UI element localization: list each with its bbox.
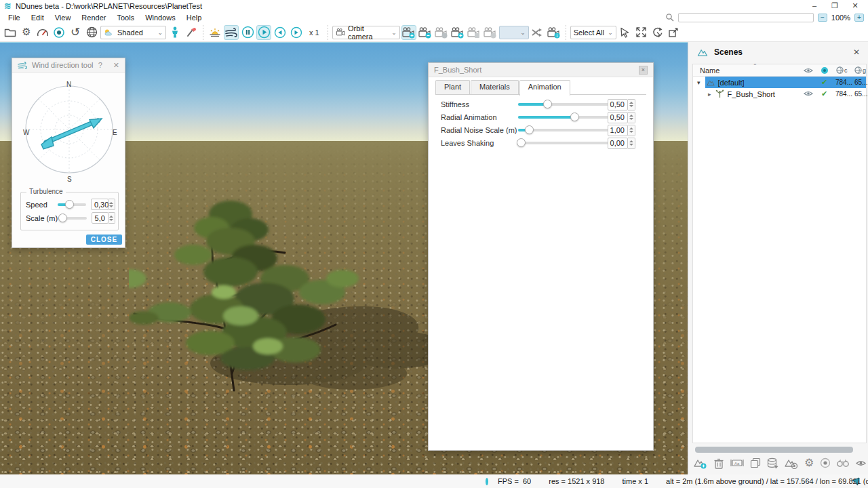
wind-compass[interactable] [19,77,119,179]
menu-windows[interactable]: Windows [140,13,181,22]
wind-tool-titlebar[interactable]: Wind direction tool ? ✕ [12,58,125,73]
scale-spinner[interactable] [108,212,115,224]
database-button[interactable] [767,458,778,469]
play-button[interactable] [256,25,271,40]
render-column-icon[interactable] [821,66,829,75]
tab-plant[interactable]: Plant [435,80,470,94]
camera-prev-button[interactable] [434,25,449,40]
wind-tool-close-button[interactable]: ✕ [113,61,119,70]
zoom-in-button[interactable]: + [854,14,864,22]
render-mode-value: Shaded [117,28,143,37]
wind-close-button[interactable]: CLOSE [86,235,122,245]
step-forward-button[interactable] [289,25,304,40]
stiffness-value[interactable]: 0,50 [608,99,628,110]
check-icon[interactable]: ✔ [821,89,827,98]
camera-mode-value: Orbit camera [348,24,389,41]
speed-spinner[interactable] [108,199,115,210]
scale-slider[interactable] [58,217,87,220]
eye-icon[interactable] [855,459,867,468]
bush-window-close-button[interactable]: × [639,66,648,75]
sunrise-button[interactable] [208,25,222,40]
help-button[interactable]: ? [98,61,102,69]
history-undo-button[interactable]: ↺ [68,25,83,40]
radial-noise-value[interactable]: 1,00 [608,125,628,136]
color-picker-button[interactable] [184,25,199,40]
search-input[interactable] [678,13,814,22]
chevron-right-icon[interactable]: ▸ [708,91,711,98]
select-mode-dropdown[interactable]: Select All ⌄ [570,26,616,39]
scene-row-default[interactable]: ▾ [default] ✔ 784... 65.... [693,77,866,88]
radial-animation-spinner[interactable] [628,112,635,123]
camera-load-button[interactable] [483,25,498,40]
scale-value[interactable]: 5,0 [92,212,108,224]
pause-button[interactable] [240,25,255,40]
radial-noise-spinner[interactable] [628,125,635,136]
character-view-button[interactable] [167,25,182,40]
stiffness-spinner[interactable] [628,99,635,110]
binoculars-icon[interactable] [837,459,849,468]
performance-gauge-button[interactable] [35,25,50,40]
gear-icon[interactable]: ⚙ [804,458,814,468]
rename-button[interactable]: Aa [730,458,744,468]
select-cursor-button[interactable] [618,25,633,40]
shuffle-cameras-button[interactable] [530,25,545,40]
camera-mode-dropdown[interactable]: Orbit camera ⌄ [332,26,400,39]
menu-edit[interactable]: Edit [26,13,50,22]
scene-tree-header[interactable]: Name ⌃ c g [693,64,866,77]
eye-icon[interactable] [804,89,813,99]
rotate-tool-button[interactable] [650,25,665,40]
zoom-out-button[interactable]: − [818,14,827,22]
camera-next-button[interactable] [450,25,465,40]
render-mode-dropdown[interactable]: Shaded ⌄ [100,26,166,39]
scene-tree[interactable]: Name ⌃ c g ▾ [default] ✔ 784... 65.... ▸… [692,64,867,443]
globe-button[interactable] [84,25,99,40]
menu-view[interactable]: View [50,13,77,22]
horizontal-scrollbar[interactable] [695,447,853,453]
leaves-shaking-value[interactable]: 0,00 [608,138,628,149]
scene-row-bush[interactable]: ▸ F_Bush_Short ✔ 784... 65.... [693,88,866,100]
speed-slider[interactable] [58,203,86,206]
wind-direction-tool-window[interactable]: Wind direction tool ? ✕ N W E S Turbulen… [12,58,125,248]
check-icon[interactable]: ✔ [821,78,827,87]
move-tool-button[interactable] [634,25,649,40]
camera-add-button[interactable] [401,25,416,40]
tab-animation[interactable]: Animation [519,80,570,96]
tab-materials[interactable]: Materials [471,80,519,94]
camera-info-button[interactable] [547,25,561,40]
restore-button[interactable]: ❐ [825,0,845,12]
delete-button[interactable] [713,458,724,469]
scene-settings-button[interactable] [785,458,798,469]
open-folder-button[interactable] [3,25,18,40]
count-g-column-icon[interactable]: g [854,66,866,74]
name-column-header[interactable]: Name [693,66,719,75]
count-c-column-icon[interactable]: c [836,66,848,74]
menu-file[interactable]: File [3,13,26,22]
bush-window-title: F_Bush_Short [434,66,481,74]
scene-item-name[interactable]: F_Bush_Short [728,90,775,98]
bush-window-titlebar[interactable]: F_Bush_Short × [429,63,653,77]
visibility-column-icon[interactable] [804,66,813,75]
camera-list-dropdown[interactable]: ⌄ [499,26,529,39]
chevron-down-icon[interactable]: ▾ [697,79,701,86]
scenes-close-button[interactable]: ✕ [853,47,860,57]
add-scene-button[interactable] [694,458,707,469]
minimize-button[interactable]: – [804,0,825,12]
wind-tool-button[interactable] [224,25,239,40]
radial-animation-value[interactable]: 0,50 [608,112,628,123]
menu-help[interactable]: Help [181,13,208,22]
step-back-button[interactable] [273,25,288,40]
scene-name[interactable]: [default] [718,79,745,87]
camera-save-button[interactable] [467,25,481,40]
menu-tools[interactable]: Tools [111,13,140,22]
menu-render[interactable]: Render [76,13,111,22]
leaves-shaking-spinner[interactable] [628,138,635,149]
camera-remove-button[interactable] [418,25,433,40]
record-icon[interactable] [820,458,831,468]
scale-tool-button[interactable] [667,25,682,40]
bush-properties-window[interactable]: F_Bush_Short × Plant Materials Animation… [428,62,654,451]
close-button[interactable]: ✕ [845,0,865,12]
duplicate-button[interactable] [750,458,761,468]
settings-button[interactable]: ⚙ [19,25,34,40]
speed-value[interactable]: 0,30 [91,199,108,210]
record-target-button[interactable] [52,25,66,40]
